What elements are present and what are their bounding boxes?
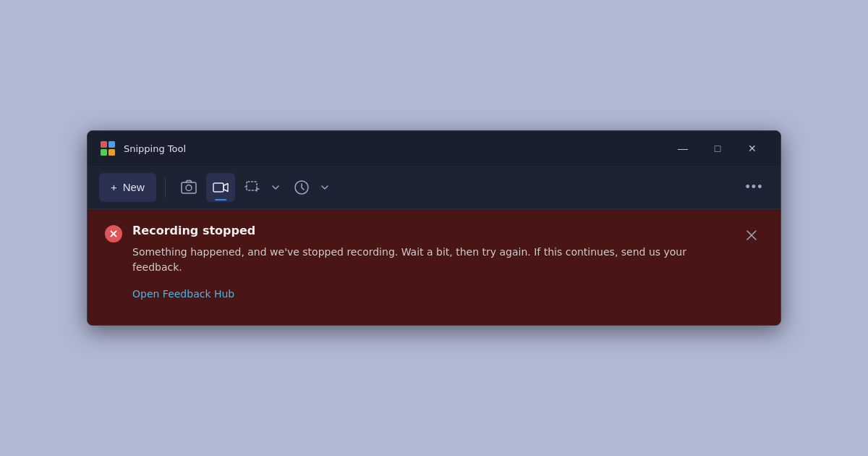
history-button[interactable]	[287, 173, 316, 202]
crop-mode-button[interactable]	[238, 173, 267, 202]
more-options-button[interactable]: •••	[740, 173, 769, 202]
svg-rect-1	[109, 141, 115, 148]
svg-rect-2	[101, 149, 107, 156]
crop-mode-chevron[interactable]	[267, 173, 284, 202]
svg-rect-7	[247, 182, 257, 190]
close-error-button[interactable]	[740, 224, 763, 247]
svg-rect-3	[109, 149, 115, 156]
error-title: Recording stopped	[132, 224, 730, 237]
toolbar-divider	[165, 177, 166, 198]
crop-mode-group	[238, 173, 284, 202]
maximize-button[interactable]: □	[701, 137, 734, 160]
svg-rect-0	[101, 141, 107, 148]
app-window: Snipping Tool — □ ✕ + New	[87, 130, 781, 326]
error-message: Something happened, and we've stopped re…	[132, 245, 730, 275]
svg-point-5	[186, 185, 192, 190]
video-mode-button[interactable]	[206, 173, 235, 202]
more-icon: •••	[746, 180, 764, 195]
plus-icon: +	[111, 181, 117, 193]
new-button-label: New	[123, 181, 145, 193]
history-group	[287, 173, 333, 202]
close-button[interactable]: ✕	[736, 137, 769, 160]
error-banner: Recording stopped Something happened, an…	[88, 209, 780, 325]
error-content: Recording stopped Something happened, an…	[132, 224, 730, 300]
history-chevron[interactable]	[316, 173, 333, 202]
toolbar: + New	[88, 166, 780, 209]
svg-rect-4	[182, 182, 196, 193]
minimize-button[interactable]: —	[666, 137, 699, 160]
app-icon	[99, 140, 116, 157]
window-controls: — □ ✕	[666, 137, 769, 160]
titlebar: Snipping Tool — □ ✕	[88, 131, 780, 166]
error-icon	[105, 225, 122, 242]
feedback-link[interactable]: Open Feedback Hub	[132, 288, 234, 300]
new-button[interactable]: + New	[99, 173, 156, 202]
screenshot-mode-button[interactable]	[174, 173, 203, 202]
svg-rect-6	[213, 183, 224, 192]
window-title: Snipping Tool	[124, 143, 666, 154]
